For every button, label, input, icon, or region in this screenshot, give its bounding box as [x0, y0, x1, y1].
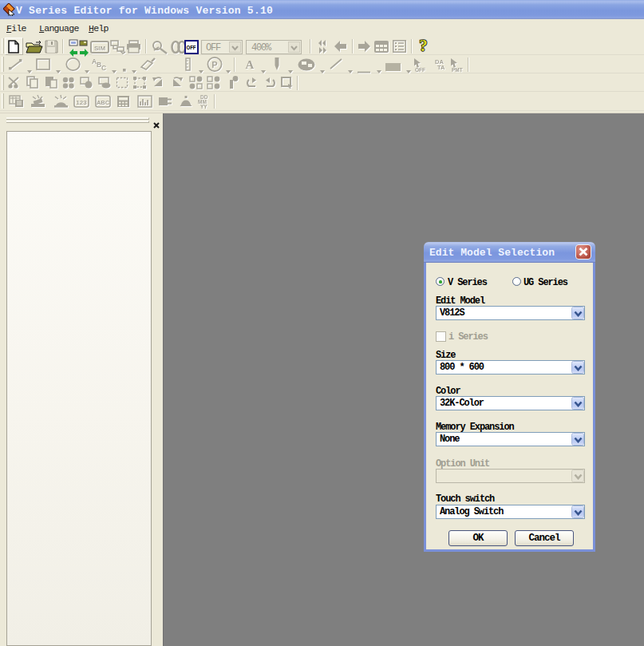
svg-text:PMT: PMT [452, 67, 463, 73]
svg-text:YY: YY [200, 104, 207, 109]
svg-text:P: P [211, 60, 217, 69]
svg-text:C: C [101, 64, 106, 71]
svg-text:A: A [246, 58, 255, 70]
svg-text:123: 123 [76, 99, 87, 106]
svg-text:OFF: OFF [187, 44, 196, 51]
svg-text:OFF: OFF [415, 67, 425, 73]
svg-text:ABC: ABC [97, 99, 110, 106]
svg-text:TA: TA [437, 64, 445, 71]
svg-text:?: ? [419, 38, 428, 55]
svg-text:SIM: SIM [94, 45, 106, 52]
